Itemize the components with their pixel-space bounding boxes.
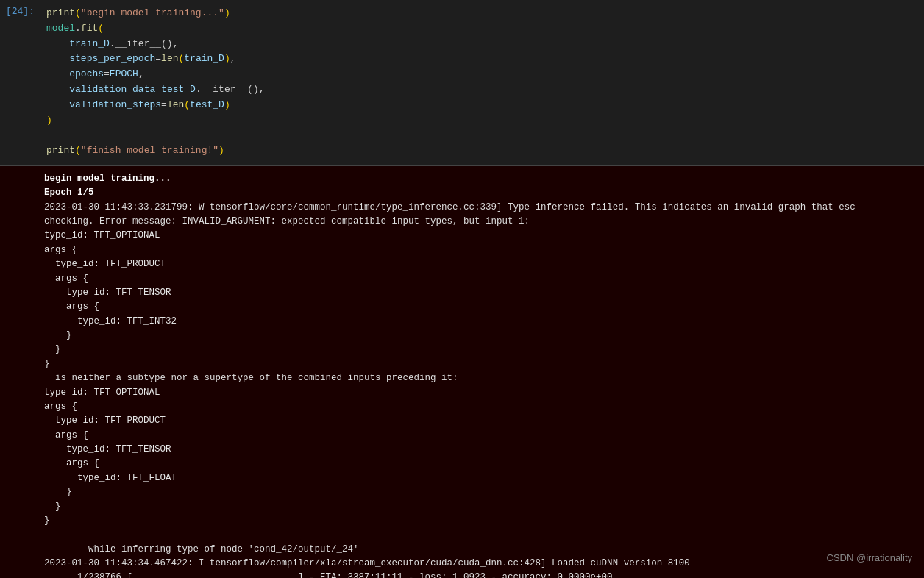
output-args2-open: args { — [44, 272, 924, 286]
code-cell-24: [24]: print("begin model training...") m… — [0, 0, 924, 165]
csdn-watermark: CSDN @irrationality — [827, 552, 913, 563]
code-line-4: steps_per_epoch=len(train_D), — [46, 51, 918, 67]
code-line-3: train_D.__iter__(), — [46, 37, 918, 52]
output-type2: type_id: TFT_OPTIONAL — [44, 386, 924, 400]
output-type-tensor1: type_id: TFT_TENSOR — [44, 286, 924, 300]
output-type-product1: type_id: TFT_PRODUCT — [44, 257, 924, 271]
code-line-7: validation_steps=len(test_D) — [46, 98, 918, 113]
string-finish: "finish model training!" — [81, 145, 218, 156]
func-len: len — [161, 53, 178, 64]
output-cudnn: 2023-01-30 11:43:34.467422: I tensorflow… — [44, 557, 924, 571]
output-args5-close: } — [44, 500, 924, 514]
cell-number: [24]: — [0, 6, 40, 159]
code-line-1: print("begin model training...") — [46, 6, 918, 21]
param-val-steps: validation_steps — [69, 99, 161, 110]
param-train: train_D — [69, 38, 110, 49]
code-line-6: validation_data=test_D.__iter__(), — [46, 82, 918, 98]
param-val-data: validation_data — [69, 84, 155, 95]
code-line-2: model.fit( — [46, 21, 918, 37]
output-args2-close: } — [44, 343, 924, 357]
output-args1-open: args { — [44, 243, 924, 257]
output-args4-close: } — [44, 514, 924, 528]
output-warning-1: 2023-01-30 11:43:33.231799: W tensorflow… — [44, 201, 924, 215]
param-steps: steps_per_epoch — [69, 53, 155, 64]
code-line-8: ) — [46, 113, 918, 129]
output-type-float: type_id: TFT_FLOAT — [44, 471, 924, 485]
output-epoch: Epoch 1/5 — [44, 186, 924, 200]
keyword-print: print — [46, 7, 75, 18]
output-args3-open: args { — [44, 300, 924, 314]
output-progress: 1/238766 [..............................… — [44, 571, 924, 578]
output-blank — [44, 528, 924, 542]
output-cell: begin model training... Epoch 1/5 2023-0… — [0, 166, 924, 578]
output-infer-node: while inferring type of node 'cond_42/ou… — [44, 543, 924, 557]
code-line-5: epochs=EPOCH, — [46, 67, 918, 82]
string-value: "begin model training..." — [81, 7, 224, 18]
keyword-print2: print — [46, 145, 75, 156]
output-type1: type_id: TFT_OPTIONAL — [44, 229, 924, 243]
output-args4-open: args { — [44, 400, 924, 414]
model-keyword: model — [46, 23, 75, 34]
output-type-tensor2: type_id: TFT_TENSOR — [44, 443, 924, 457]
notebook-container: [24]: print("begin model training...") m… — [0, 0, 924, 578]
param-epochs: epochs — [69, 68, 104, 79]
code-line-9 — [46, 128, 918, 143]
output-neither: is neither a subtype nor a supertype of … — [44, 371, 924, 385]
code-content: print("begin model training...") model.f… — [40, 6, 924, 159]
output-warning-2: checking. Error message: INVALID_ARGUMEN… — [44, 215, 924, 229]
output-type-product2: type_id: TFT_PRODUCT — [44, 414, 924, 428]
output-args6-open: args { — [44, 457, 924, 471]
output-args1-close: } — [44, 357, 924, 371]
fit-func: fit — [81, 23, 98, 34]
output-begin: begin model training... — [44, 172, 924, 186]
output-args3-close: } — [44, 329, 924, 343]
output-args5-open: args { — [44, 429, 924, 443]
paren-close: ) — [224, 7, 230, 18]
code-line-10: print("finish model training!") — [46, 143, 918, 159]
paren-open: ( — [75, 7, 81, 18]
output-type-int32: type_id: TFT_INT32 — [44, 315, 924, 329]
output-args6-close: } — [44, 485, 924, 499]
